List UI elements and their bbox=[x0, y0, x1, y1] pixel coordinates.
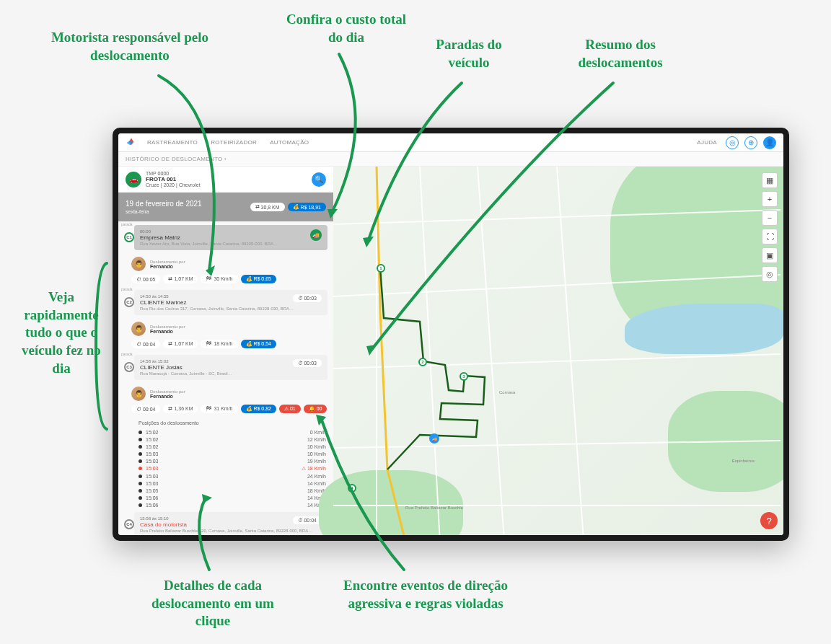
badge-clock: ⏱ 00:04 bbox=[131, 405, 160, 413]
annotation-driver: Motorista responsável pelo deslocamento bbox=[43, 29, 216, 64]
position-row[interactable]: 15:03 24 Km/h bbox=[138, 472, 326, 480]
badge-duration: ⏱ 00:03 bbox=[293, 359, 322, 367]
badge-warn: ⚠ 01 bbox=[279, 405, 301, 413]
annotation-details: Detalhes de cada deslocamento em um cliq… bbox=[141, 577, 285, 630]
annotation-cost: Confira o custo total do dia bbox=[281, 11, 411, 46]
svg-marker-5 bbox=[316, 415, 326, 425]
position-row[interactable]: 15:02 0 Km/h bbox=[138, 428, 326, 436]
position-row[interactable]: 15:03 14 Km/h bbox=[138, 480, 326, 487]
car-icon: 🚗 bbox=[126, 172, 141, 188]
map-marker-vehicle[interactable]: 🚚 bbox=[429, 433, 439, 444]
svg-marker-4 bbox=[202, 494, 212, 503]
nav-ajuda[interactable]: AJUDA bbox=[697, 139, 717, 146]
avatar: 👨 bbox=[131, 387, 146, 401]
arrow-details bbox=[188, 490, 260, 580]
badge-speed: 🏁 18 Km/h bbox=[201, 340, 237, 348]
zoom-out-button[interactable]: − bbox=[762, 210, 778, 226]
badge-dist: ⇄ 1,07 KM bbox=[163, 340, 198, 348]
badge-duration: ⏱ 00:03 bbox=[293, 294, 322, 302]
zoom-in-button[interactable]: + bbox=[762, 191, 778, 207]
logo bbox=[126, 137, 137, 149]
svg-marker-1 bbox=[327, 209, 338, 219]
target-icon[interactable]: ⊕ bbox=[744, 136, 757, 149]
movement-block: 👨 Deslocamento porFernando ⏱ 00:04⇄ 1,07… bbox=[131, 319, 327, 351]
annotation-summary: Resumo dos deslocamentos bbox=[563, 36, 678, 71]
badge-speed: 🏁 31 Km/h bbox=[201, 405, 237, 413]
steering-icon[interactable]: ◎ bbox=[726, 136, 739, 149]
badge-dist: ⇄ 1,36 KM bbox=[163, 405, 198, 413]
arrow-events bbox=[310, 411, 426, 580]
map-marker-c3[interactable]: 3 bbox=[460, 372, 468, 381]
movement-block: 👨 Deslocamento porFernando ⏱ 00:04⇄ 1,36… bbox=[131, 384, 327, 416]
annotation-events: Encontre eventos de direção agressiva e … bbox=[339, 577, 512, 612]
badge-cost: 💰 R$ 0,82 bbox=[241, 405, 276, 413]
arrow-summary bbox=[361, 79, 635, 363]
position-row[interactable]: 15:03 10 Km/h bbox=[138, 450, 326, 457]
badge-cost: 💰 R$ 0,54 bbox=[241, 340, 276, 348]
svg-marker-3 bbox=[366, 345, 377, 356]
avatar: 👨 bbox=[131, 257, 146, 271]
stop-card[interactable]: parada C3 14:58 às 15:02 CLIENTE Josias … bbox=[134, 355, 327, 380]
position-row[interactable]: 15:02 12 Km/h bbox=[138, 436, 326, 443]
arrow-driver bbox=[144, 72, 289, 291]
position-row[interactable]: 15:02 10 Km/h bbox=[138, 443, 326, 450]
position-row[interactable]: 15:03 19 Km/h bbox=[138, 457, 326, 464]
help-button[interactable]: ? bbox=[760, 512, 778, 529]
driver-row: 👨 Deslocamento porFernando bbox=[131, 387, 327, 401]
fullscreen-button[interactable]: ⛶ bbox=[762, 229, 778, 244]
badge-clock: ⏱ 00:04 bbox=[131, 340, 160, 348]
driver-row: 👨 Deslocamento porFernando bbox=[131, 322, 327, 336]
user-icon[interactable]: 👤 bbox=[763, 136, 776, 149]
locate-button[interactable]: ◎ bbox=[762, 266, 778, 282]
avatar: 👨 bbox=[131, 322, 146, 336]
fit-button[interactable]: ▣ bbox=[762, 247, 778, 263]
annotation-stops: Paradas do veículo bbox=[426, 36, 512, 71]
stop-card[interactable]: parada C2 14:50 às 14:55 CLIENTE Marinez… bbox=[134, 290, 327, 315]
truck-icon: 🚚 bbox=[310, 229, 322, 241]
positions-title: Posições do deslocamento bbox=[138, 420, 333, 425]
layers-button[interactable]: ▦ bbox=[762, 172, 778, 188]
position-row[interactable]: 15:03 ⚠ 18 Km/h bbox=[138, 464, 326, 472]
annotation-timeline: Veja rapidamente tudo o que o veículo fe… bbox=[22, 288, 101, 377]
map-controls: ▦ + − ⛶ ▣ ◎ bbox=[762, 172, 778, 282]
